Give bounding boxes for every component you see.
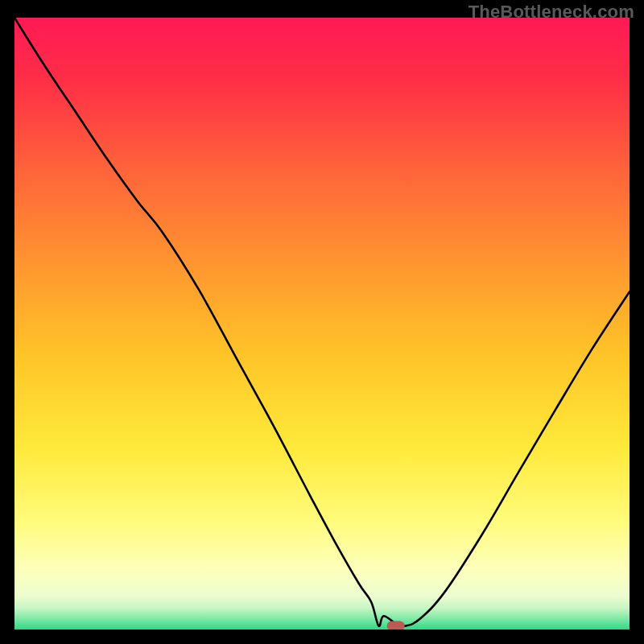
bottleneck-plot [14,18,630,630]
optimal-marker [387,621,405,630]
chart-frame: TheBottleneck.com [0,0,644,644]
plot-background [14,18,630,630]
